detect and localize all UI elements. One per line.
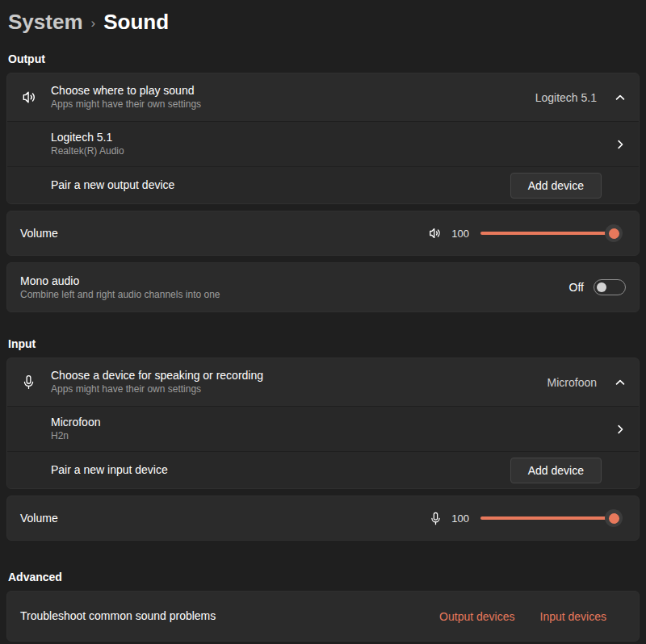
breadcrumb-sound: Sound <box>103 10 169 35</box>
input-volume-card: Volume 100 <box>6 496 640 541</box>
pair-input-device-row: Pair a new input device Add device <box>7 451 639 488</box>
output-volume-label: Volume <box>20 227 58 240</box>
input-device-row[interactable]: Microfoon H2n <box>7 406 639 451</box>
advanced-section-label: Advanced <box>8 571 640 583</box>
breadcrumb-separator-icon: › <box>91 15 96 31</box>
mono-audio-subtitle: Combine left and right audio channels in… <box>20 290 220 301</box>
output-volume-slider-thumb[interactable] <box>605 224 623 242</box>
chevron-right-icon <box>615 139 626 150</box>
speaker-icon <box>20 88 51 107</box>
output-expander-subtitle: Apps might have their own settings <box>51 99 201 111</box>
troubleshoot-label: Troubleshoot common sound problems <box>20 609 216 622</box>
output-device-detail: Realtek(R) Audio <box>51 146 124 157</box>
output-selected-device: Logitech 5.1 <box>535 91 597 104</box>
input-expander-subtitle: Apps might have their own settings <box>51 384 263 395</box>
input-device-detail: H2n <box>51 431 100 442</box>
output-volume-card: Volume 100 <box>6 211 640 256</box>
input-volume-label: Volume <box>20 512 58 525</box>
toggle-knob <box>597 282 606 292</box>
chevron-up-icon[interactable] <box>615 377 626 388</box>
mono-audio-state: Off <box>569 281 584 294</box>
output-expander-header[interactable]: Choose where to play sound Apps might ha… <box>7 73 639 121</box>
pair-output-device-label: Pair a new output device <box>51 178 174 191</box>
input-expander-title: Choose a device for speaking or recordin… <box>51 369 263 382</box>
input-expander-header[interactable]: Choose a device for speaking or recordin… <box>7 358 639 406</box>
output-section-label: Output <box>8 52 640 65</box>
breadcrumb-system[interactable]: System <box>8 10 83 35</box>
troubleshoot-card: Troubleshoot common sound problems Outpu… <box>6 591 640 642</box>
add-output-device-button[interactable]: Add device <box>510 173 602 199</box>
chevron-right-icon <box>615 424 626 435</box>
speaker-icon[interactable] <box>427 225 443 241</box>
sound-settings-page: System › Sound Output Choose where to pl… <box>0 0 646 644</box>
pair-input-device-label: Pair a new input device <box>51 463 168 476</box>
mono-audio-toggle[interactable] <box>594 279 626 295</box>
output-expander-title: Choose where to play sound <box>51 84 201 97</box>
input-section-label: Input <box>8 337 640 350</box>
troubleshoot-output-devices-link[interactable]: Output devices <box>439 610 514 623</box>
input-device-expander: Choose a device for speaking or recordin… <box>6 358 640 489</box>
pair-output-device-row: Pair a new output device Add device <box>7 166 639 203</box>
page-title: System › Sound <box>8 10 640 35</box>
output-device-name: Logitech 5.1 <box>51 131 124 144</box>
add-input-device-button[interactable]: Add device <box>510 458 602 483</box>
output-device-row[interactable]: Logitech 5.1 Realtek(R) Audio <box>7 121 639 166</box>
output-volume-slider[interactable] <box>480 224 619 242</box>
input-selected-device: Microfoon <box>547 376 597 389</box>
input-volume-value: 100 <box>451 512 469 525</box>
chevron-up-icon[interactable] <box>615 92 626 103</box>
input-volume-slider[interactable] <box>480 509 619 527</box>
mono-audio-title: Mono audio <box>20 274 220 287</box>
output-volume-value: 100 <box>451 228 469 240</box>
input-device-name: Microfoon <box>51 416 100 429</box>
input-volume-slider-thumb[interactable] <box>605 509 623 527</box>
mono-audio-card: Mono audio Combine left and right audio … <box>6 262 640 312</box>
troubleshoot-input-devices-link[interactable]: Input devices <box>540 610 607 623</box>
microphone-icon <box>20 374 51 391</box>
microphone-icon[interactable] <box>428 511 443 526</box>
output-device-expander: Choose where to play sound Apps might ha… <box>6 73 640 204</box>
